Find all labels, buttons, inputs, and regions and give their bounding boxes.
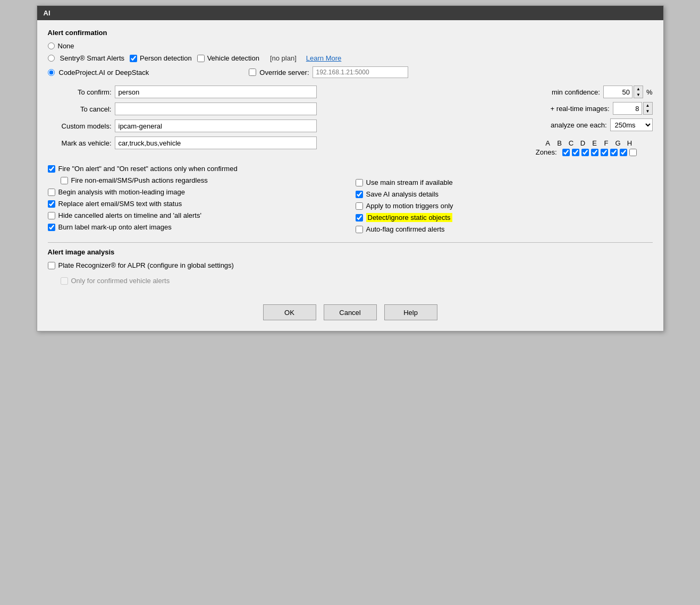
none-radio[interactable] (48, 42, 55, 49)
realtime-images-label: + real-time images: (551, 105, 610, 113)
fire-non-email-row: Fire non-email/SMS/Push actions regardle… (61, 176, 345, 184)
hide-cancelled-checkbox[interactable] (48, 212, 55, 219)
apply-to-motion-checkbox[interactable] (356, 202, 363, 210)
to-confirm-input[interactable] (115, 86, 317, 98)
custom-models-label: Custom models: (48, 122, 112, 130)
hide-cancelled-row: Hide cancelled alerts on timeline and 'a… (48, 211, 345, 219)
zone-letter-d: D (578, 139, 588, 147)
zone-h-checkbox[interactable] (629, 149, 637, 156)
fire-on-alert-label: Fire "On alert" and "On reset" actions o… (58, 165, 238, 173)
analyze-one-each-select[interactable]: 250ms 500ms 1s 2s (610, 118, 653, 131)
alert-image-analysis-label: Alert image analysis (48, 248, 653, 256)
apply-to-motion-label: Apply to motion triggers only (366, 202, 453, 210)
plate-recognizer-row: Plate Recognizer® for ALPR (configure in… (48, 261, 653, 269)
title-bar: AI (37, 6, 663, 20)
save-ai-analysis-checkbox[interactable] (356, 191, 363, 198)
help-button[interactable]: Help (384, 304, 437, 320)
person-detection-label: Person detection (140, 54, 192, 62)
sentry-radio[interactable] (48, 55, 55, 62)
zone-letter-e: E (590, 139, 600, 147)
begin-analysis-row: Begin analysis with motion-leading image (48, 188, 345, 196)
vehicle-detection-checkbox[interactable] (197, 55, 205, 62)
vehicle-detection-label: Vehicle detection (207, 54, 259, 62)
save-ai-analysis-row: Save AI analysis details (356, 190, 653, 198)
min-confidence-spinner-btns: ▲ ▼ (634, 86, 643, 98)
burn-label-checkbox[interactable] (48, 224, 55, 231)
hide-cancelled-label: Hide cancelled alerts on timeline and 'a… (58, 211, 201, 219)
burn-label-row: Burn label mark-up onto alert images (48, 223, 345, 231)
detect-ignore-label: Detect/ignore static objects (366, 214, 452, 221)
fire-on-alert-checkbox[interactable] (48, 165, 55, 173)
detect-ignore-row: Detect/ignore static objects (356, 214, 653, 221)
fire-non-email-label: Fire non-email/SMS/Push actions regardle… (71, 176, 208, 184)
zones-section: A B C D E F G H Zones: (536, 139, 637, 156)
zone-letter-f: F (602, 139, 611, 147)
mark-as-vehicle-row: Mark as vehicle: (48, 137, 342, 149)
zone-e-checkbox[interactable] (601, 149, 608, 156)
to-confirm-label: To confirm: (48, 88, 112, 96)
window-title: AI (44, 9, 50, 17)
zone-a-checkbox[interactable] (562, 149, 570, 156)
to-confirm-row: To confirm: (48, 86, 342, 98)
use-main-stream-row: Use main stream if available (356, 178, 653, 186)
vehicle-detection-group: Vehicle detection (197, 54, 259, 62)
fire-on-alert-row: Fire "On alert" and "On reset" actions o… (48, 165, 345, 173)
min-confidence-row: min confidence: ▲ ▼ % (552, 86, 653, 98)
cancel-button[interactable]: Cancel (324, 304, 377, 320)
checkboxes-grid: Fire "On alert" and "On reset" actions o… (48, 165, 653, 237)
fire-non-email-checkbox[interactable] (61, 177, 68, 184)
min-confidence-down-btn[interactable]: ▼ (634, 92, 643, 98)
zone-g-checkbox[interactable] (620, 149, 627, 156)
analyze-one-each-row: analyze one each: 250ms 500ms 1s 2s (551, 118, 653, 131)
mark-as-vehicle-input[interactable] (115, 137, 317, 149)
min-confidence-up-btn[interactable]: ▲ (634, 86, 643, 92)
realtime-images-up-btn[interactable]: ▲ (644, 103, 652, 108)
learn-more-link[interactable]: Learn More (306, 54, 341, 62)
only-for-confirmed-label: Only for confirmed vehicle alerts (71, 277, 170, 285)
mark-as-vehicle-label: Mark as vehicle: (48, 139, 112, 147)
detect-ignore-checkbox[interactable] (356, 214, 363, 221)
min-confidence-label: min confidence: (552, 88, 600, 96)
zone-letter-h: H (625, 139, 635, 147)
zone-c-checkbox[interactable] (581, 149, 589, 156)
begin-analysis-checkbox[interactable] (48, 189, 55, 196)
zone-letter-c: C (567, 139, 576, 147)
zone-b-checkbox[interactable] (572, 149, 579, 156)
to-cancel-input[interactable] (115, 103, 317, 115)
zone-letter-a: A (543, 139, 553, 147)
plate-recognizer-checkbox[interactable] (48, 262, 55, 269)
divider (48, 242, 653, 243)
codeproject-label: CodeProject.AI or DeepStack (59, 69, 149, 76)
zone-d-checkbox[interactable] (591, 149, 598, 156)
analyze-one-each-label: analyze one each: (551, 121, 607, 129)
none-radio-row: None (48, 42, 653, 50)
save-ai-analysis-label: Save AI analysis details (366, 190, 439, 198)
use-main-stream-checkbox[interactable] (356, 179, 363, 186)
auto-flag-checkbox[interactable] (356, 226, 363, 233)
no-plan-badge: [no plan] (270, 54, 297, 62)
only-for-confirmed-checkbox[interactable] (61, 277, 68, 285)
codeproject-row: CodeProject.AI or DeepStack Override ser… (48, 66, 653, 78)
min-confidence-input[interactable] (603, 86, 632, 98)
right-checkboxes: Use main stream if available Save AI ana… (356, 165, 653, 237)
replace-alert-checkbox[interactable] (48, 200, 55, 208)
ok-button[interactable]: OK (263, 304, 316, 320)
replace-alert-row: Replace alert email/SMS text with status (48, 200, 345, 208)
sentry-row: Sentry® Smart Alerts Person detection Ve… (48, 54, 653, 62)
only-for-confirmed-row: Only for confirmed vehicle alerts (61, 277, 653, 285)
realtime-images-input[interactable] (613, 102, 642, 115)
person-detection-checkbox[interactable] (130, 55, 137, 62)
override-server-input[interactable] (313, 66, 408, 78)
override-server-checkbox[interactable] (249, 69, 256, 76)
auto-flag-label: Auto-flag confirmed alerts (366, 225, 445, 233)
custom-models-input[interactable] (115, 120, 317, 132)
codeproject-radio[interactable] (48, 69, 55, 76)
bottom-checkboxes: Plate Recognizer® for ALPR (configure in… (48, 261, 653, 288)
right-fields: min confidence: ▲ ▼ % + real-time images… (358, 86, 653, 156)
zone-f-checkbox[interactable] (610, 149, 618, 156)
to-cancel-row: To cancel: (48, 103, 342, 115)
use-main-stream-label: Use main stream if available (366, 178, 453, 186)
realtime-images-down-btn[interactable]: ▼ (644, 108, 652, 114)
plate-recognizer-label: Plate Recognizer® for ALPR (configure in… (58, 261, 234, 269)
zone-letter-b: B (555, 139, 564, 147)
